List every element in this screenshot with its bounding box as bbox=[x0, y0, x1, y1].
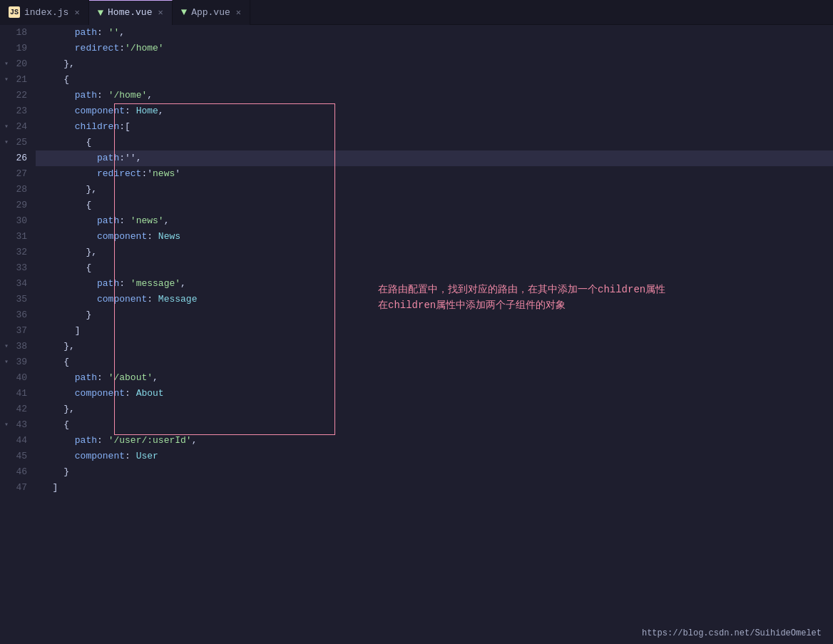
tab-label-index: index.js bbox=[24, 7, 68, 18]
line-number-26: 26 bbox=[0, 150, 30, 166]
code-line-18: path: '', bbox=[36, 25, 833, 41]
line-number-37: 37 bbox=[0, 323, 30, 339]
code-line-29: { bbox=[36, 198, 833, 213]
code-line-19: redirect:'/home' bbox=[36, 41, 833, 56]
code-line-39: { bbox=[36, 354, 833, 370]
line-number-22: 22 bbox=[0, 88, 30, 103]
code-line-33: { bbox=[36, 260, 833, 276]
line-number-30: 30 bbox=[0, 213, 30, 229]
tab-close-home[interactable]: ✕ bbox=[158, 7, 163, 18]
line-number-33: 33 bbox=[0, 260, 30, 276]
code-line-21: { bbox=[36, 72, 833, 88]
code-line-26: path:'', bbox=[36, 150, 833, 166]
fold-arrow-21[interactable]: ▾ bbox=[1, 75, 11, 85]
line-number-29: 29 bbox=[0, 198, 30, 213]
code-line-28: }, bbox=[36, 182, 833, 198]
code-line-35: component: Message bbox=[36, 292, 833, 307]
code-line-45: component: User bbox=[36, 449, 833, 464]
vue-icon-home: ▼ bbox=[98, 7, 103, 19]
line-number-31: 31 bbox=[0, 229, 30, 245]
fold-arrow-20[interactable]: ▾ bbox=[1, 59, 11, 69]
code-line-22: path: '/home', bbox=[36, 88, 833, 103]
fold-arrow-25[interactable]: ▾ bbox=[1, 138, 11, 148]
code-line-36: } bbox=[36, 307, 833, 323]
line-number-27: 27 bbox=[0, 166, 30, 182]
code-line-37: ] bbox=[36, 323, 833, 339]
line-number-46: 46 bbox=[0, 464, 30, 480]
tab-label-app: App.vue bbox=[191, 7, 230, 18]
code-line-44: path: '/user/:userId', bbox=[36, 433, 833, 449]
code-line-20: }, bbox=[36, 56, 833, 72]
tab-bar: JS index.js ✕ ▼ Home.vue ✕ ▼ App.vue ✕ bbox=[0, 0, 833, 25]
line-number-39: ▾39 bbox=[0, 354, 30, 370]
js-icon: JS bbox=[9, 6, 20, 18]
line-number-23: 23 bbox=[0, 103, 30, 119]
code-content[interactable]: path: '', redirect:'/home' }, { path: '/… bbox=[36, 25, 833, 644]
code-line-41: component: About bbox=[36, 386, 833, 402]
line-number-36: 36 bbox=[0, 307, 30, 323]
code-line-43: { bbox=[36, 417, 833, 433]
code-line-23: component: Home, bbox=[36, 103, 833, 119]
line-number-gutter: 1819▾20▾212223▾24▾2526272829303132333435… bbox=[0, 25, 36, 644]
code-line-38: }, bbox=[36, 339, 833, 354]
code-area: 1819▾20▾212223▾24▾2526272829303132333435… bbox=[0, 25, 833, 644]
tab-label-home: Home.vue bbox=[108, 7, 152, 18]
line-number-35: 35 bbox=[0, 292, 30, 307]
line-number-47: 47 bbox=[0, 480, 30, 496]
code-line-34: path: 'message', bbox=[36, 276, 833, 292]
watermark: https://blog.csdn.net/SuihideOmelet bbox=[642, 628, 822, 638]
code-line-42: }, bbox=[36, 402, 833, 417]
line-number-21: ▾21 bbox=[0, 72, 30, 88]
code-line-25: { bbox=[36, 135, 833, 150]
line-number-40: 40 bbox=[0, 370, 30, 386]
fold-arrow-39[interactable]: ▾ bbox=[1, 357, 11, 367]
tab-app-vue[interactable]: ▼ App.vue ✕ bbox=[173, 0, 250, 25]
line-number-25: ▾25 bbox=[0, 135, 30, 150]
fold-arrow-43[interactable]: ▾ bbox=[1, 420, 11, 430]
tab-close-index[interactable]: ✕ bbox=[74, 7, 79, 18]
line-number-42: 42 bbox=[0, 402, 30, 417]
tab-index-js[interactable]: JS index.js ✕ bbox=[0, 0, 89, 25]
line-number-32: 32 bbox=[0, 245, 30, 260]
line-number-20: ▾20 bbox=[0, 56, 30, 72]
fold-arrow-38[interactable]: ▾ bbox=[1, 342, 11, 352]
vue-icon-app: ▼ bbox=[181, 6, 187, 18]
line-number-18: 18 bbox=[0, 25, 30, 41]
line-number-38: ▾38 bbox=[0, 339, 30, 354]
line-number-41: 41 bbox=[0, 386, 30, 402]
code-line-47: ] bbox=[36, 480, 833, 496]
line-number-43: ▾43 bbox=[0, 417, 30, 433]
code-line-46: } bbox=[36, 464, 833, 480]
line-number-34: 34 bbox=[0, 276, 30, 292]
code-line-30: path: 'news', bbox=[36, 213, 833, 229]
code-line-32: }, bbox=[36, 245, 833, 260]
code-line-24: children:[ bbox=[36, 119, 833, 135]
code-line-31: component: News bbox=[36, 229, 833, 245]
tab-close-app[interactable]: ✕ bbox=[236, 7, 241, 18]
code-line-40: path: '/about', bbox=[36, 370, 833, 386]
fold-arrow-24[interactable]: ▾ bbox=[1, 122, 11, 132]
code-line-27: redirect:'news' bbox=[36, 166, 833, 182]
line-number-45: 45 bbox=[0, 449, 30, 464]
line-number-28: 28 bbox=[0, 182, 30, 198]
line-number-44: 44 bbox=[0, 433, 30, 449]
line-number-24: ▾24 bbox=[0, 119, 30, 135]
tab-home-vue[interactable]: ▼ Home.vue ✕ bbox=[89, 0, 173, 25]
line-number-19: 19 bbox=[0, 41, 30, 56]
